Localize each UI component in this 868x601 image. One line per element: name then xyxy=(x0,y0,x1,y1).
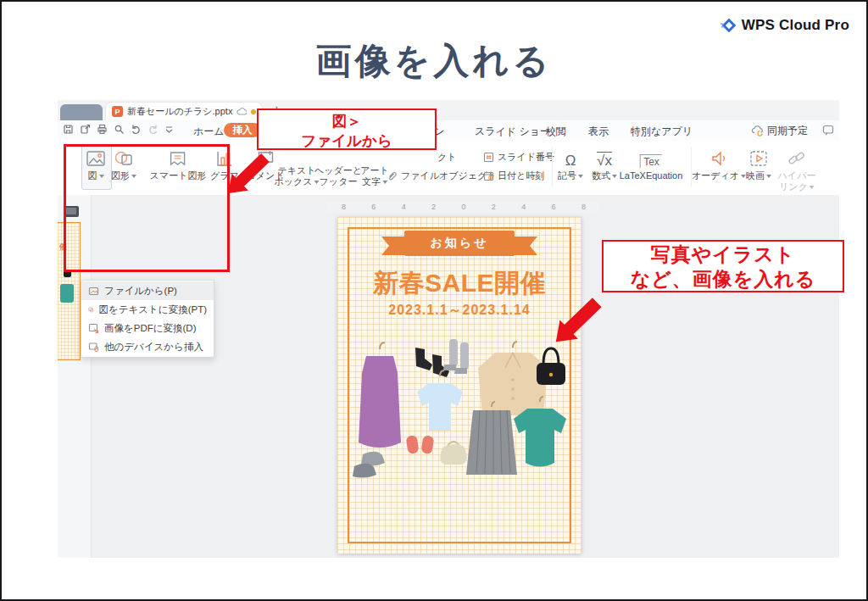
header-footer-button[interactable]: ヘッダーとフッター xyxy=(314,163,362,186)
export-icon[interactable] xyxy=(80,124,91,135)
annotation-arrow-to-slide xyxy=(551,297,604,348)
print-icon[interactable] xyxy=(97,124,108,135)
slide-number-button[interactable]: スライド番号 xyxy=(483,151,554,164)
save-icon[interactable] xyxy=(63,124,74,135)
wps-cloud-pro-logo: WPS Cloud Pro xyxy=(721,17,849,34)
redo-icon[interactable] xyxy=(147,124,159,135)
formula-icon: √x xyxy=(597,153,612,168)
tab-view[interactable]: 表示 xyxy=(588,125,609,139)
picture-to-text-icon xyxy=(88,304,94,315)
date-time-button[interactable]: 日付と時刻 xyxy=(483,170,544,182)
menu-item-from-file[interactable]: ファイルから(P) xyxy=(81,281,214,300)
cloud-icon xyxy=(236,107,247,116)
horizontal-ruler: 864 202 468 xyxy=(326,202,598,213)
insert-movie-button[interactable]: 映画 xyxy=(746,146,771,181)
sync-schedule-button[interactable]: 同期予定 xyxy=(751,124,808,138)
picture-dropdown-menu: ファイルから(P) 図をテキストに変換(PT) 画像をPDFに変換(D) 他のデ… xyxy=(81,280,214,358)
undo-icon[interactable] xyxy=(131,124,142,135)
insert-equation-button[interactable]: √x 数式 xyxy=(592,146,617,181)
toolbar-more-icon[interactable] xyxy=(164,124,174,135)
sync-label: 同期予定 xyxy=(767,124,808,138)
object-button-fragment[interactable]: クト xyxy=(437,151,457,164)
paperclip-icon xyxy=(387,170,398,181)
word-art-button[interactable]: アート文字 xyxy=(360,163,389,186)
ribbon-separator xyxy=(552,147,553,186)
slide-dates-text: 2023.1.1～2023.1.14 xyxy=(337,302,581,320)
annotation-arrow-to-menu xyxy=(224,153,271,198)
presentation-file-icon: P xyxy=(112,106,123,117)
logo-text: WPS Cloud Pro xyxy=(742,17,849,34)
annotation-highlight-box xyxy=(64,144,230,272)
tab-review[interactable]: 校閲 xyxy=(546,125,566,139)
background-tab[interactable] xyxy=(60,104,103,120)
slide-number-icon xyxy=(483,152,494,163)
thumbnail-sweater-shape xyxy=(60,284,74,303)
page-title: 画像を入れる xyxy=(0,37,868,85)
wps-logo-icon xyxy=(721,17,737,34)
omega-icon: Ω xyxy=(565,153,576,168)
insert-audio-button[interactable]: オーディオ xyxy=(692,146,746,181)
menu-item-from-device[interactable]: 他のデバイスから挿入 xyxy=(81,337,214,356)
insert-symbol-button[interactable]: Ω 記号 xyxy=(558,146,583,181)
file-object-button[interactable]: ファイルオブジェクト xyxy=(387,170,497,182)
menu-bar: ホーム 挿入 ョン スライド ショー 校閲 表示 特別なアプリ 同期予定 xyxy=(58,120,839,142)
hyperlink-icon xyxy=(778,146,816,168)
document-tab[interactable]: P 新春セールのチラシ.pptx xyxy=(105,102,263,120)
tab-slideshow[interactable]: スライド ショー xyxy=(475,125,550,139)
comment-panel-icon[interactable] xyxy=(822,125,834,136)
annotation-callout-menu-path: 図＞ ファイルから xyxy=(257,109,437,150)
cloud-sync-icon xyxy=(751,125,764,136)
menu-item-picture-to-pdf[interactable]: 画像をPDFに変換(D) xyxy=(81,319,214,337)
insert-textbox-button[interactable]: テキストボックス xyxy=(274,163,319,186)
picture-icon xyxy=(88,286,99,297)
slide-canvas[interactable]: お知らせ 新春SALE開催 2023.1.1～2023.1.14 xyxy=(337,217,581,554)
find-icon[interactable] xyxy=(114,124,125,135)
picture-to-pdf-icon xyxy=(88,323,99,334)
insert-from-device-icon xyxy=(88,342,99,353)
tab-insert-active[interactable]: 挿入 xyxy=(224,123,261,137)
tex-icon: Tex xyxy=(640,154,662,168)
latex-equation-button[interactable]: Tex LaTeXEquation xyxy=(620,146,683,181)
calendar-icon xyxy=(483,170,494,181)
document-name: 新春セールのチラシ.pptx xyxy=(127,105,232,118)
notice-ribbon-banner: お知らせ xyxy=(404,231,515,256)
tab-home[interactable]: ホーム xyxy=(193,125,225,139)
annotation-callout-insert-image: 写真やイラスト など、画像を入れる xyxy=(602,240,844,292)
movie-icon xyxy=(746,146,771,168)
document-tab-bar: P 新春セールのチラシ.pptx + xyxy=(58,100,839,120)
hyperlink-button-disabled[interactable]: ハイパーリンク xyxy=(778,146,816,192)
tab-special-apps[interactable]: 特別なアプリ xyxy=(631,125,693,139)
slide-title-text: 新春SALE開催 xyxy=(337,266,581,301)
unsaved-dot xyxy=(251,109,256,114)
menu-item-picture-to-text[interactable]: 図をテキストに変換(PT) xyxy=(81,300,214,319)
audio-icon xyxy=(692,146,746,168)
clothing-illustration xyxy=(344,336,575,505)
